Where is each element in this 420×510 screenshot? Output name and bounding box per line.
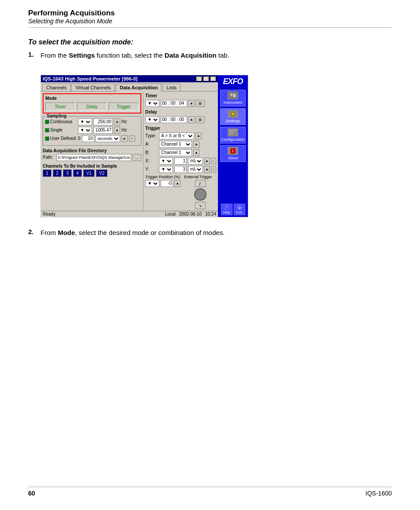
single-value[interactable] bbox=[93, 127, 113, 134]
sampling-section: Sampling Continuous ▼ bbox=[43, 116, 141, 146]
external-trigger-controls: ƒ ↘ bbox=[184, 180, 216, 209]
step-2-number: 2. bbox=[28, 228, 41, 235]
user-defined-unit-select[interactable]: seconds bbox=[96, 135, 120, 142]
delay-grid-btn[interactable]: ⊞ bbox=[196, 116, 205, 123]
user-defined-value[interactable] bbox=[82, 135, 94, 142]
external-trigger-knob bbox=[194, 188, 206, 201]
trigger-pos-select[interactable]: ▼ bbox=[145, 180, 159, 187]
continuous-up-btn[interactable]: ▲ bbox=[114, 118, 120, 125]
exit-button[interactable]: ⏻ Exit bbox=[234, 204, 245, 215]
continuous-value[interactable] bbox=[93, 118, 113, 125]
ext-trigger-f[interactable]: ƒ bbox=[195, 180, 206, 187]
left-panel: Mode Timer Delay Trigger Sampling bbox=[41, 92, 143, 211]
page-title: Performing Acquisitions bbox=[28, 9, 392, 18]
channel-v2-button[interactable]: V2 bbox=[96, 169, 107, 177]
sidebar-configuration-button[interactable]: Configuration bbox=[220, 127, 246, 143]
timer-section: Timer ▼ ▲ ⊞ bbox=[145, 93, 216, 107]
trigger-pos-label: Trigger Position (%) bbox=[145, 175, 181, 179]
mode-buttons: Timer Delay Trigger bbox=[45, 103, 139, 111]
trigger-x-up[interactable]: ▲ bbox=[204, 158, 210, 165]
trigger-x-check[interactable]: ✓ bbox=[211, 158, 216, 164]
right-panel: Timer ▼ ▲ ⊞ Delay ▼ bbox=[143, 92, 218, 211]
trigger-y-up[interactable]: ▲ bbox=[204, 166, 210, 173]
trigger-y-check[interactable]: ✓ bbox=[211, 166, 216, 172]
path-input[interactable] bbox=[56, 154, 131, 161]
title-bar-label: IQS-1643 High Speed Powermeter [996-0] bbox=[43, 76, 137, 81]
continuous-unit: Hz bbox=[122, 119, 129, 124]
continuous-row: Continuous ▼ ▲ Hz bbox=[45, 118, 139, 125]
trigger-pos-up[interactable]: ▲ bbox=[174, 180, 181, 187]
svg-rect-8 bbox=[233, 130, 236, 131]
delay-up-btn[interactable]: ▲ bbox=[188, 116, 195, 123]
step-1-number: 1. bbox=[28, 51, 41, 58]
ext-trigger-curve[interactable]: ↘ bbox=[195, 202, 206, 209]
single-row: Single ▼ ▲ Hz bbox=[45, 127, 139, 134]
channel-2-button[interactable]: 2 bbox=[53, 169, 62, 177]
trigger-x-value[interactable] bbox=[174, 158, 187, 165]
trigger-y-unit[interactable]: mW bbox=[188, 166, 203, 173]
help-button[interactable]: ? Help bbox=[221, 204, 232, 215]
trigger-a-up[interactable]: ▲ bbox=[193, 141, 199, 148]
trigger-button[interactable]: Trigger bbox=[109, 103, 139, 111]
user-defined-check[interactable]: ✓ bbox=[129, 136, 135, 142]
trigger-type-up[interactable]: ▲ bbox=[195, 132, 202, 139]
single-checkbox[interactable] bbox=[45, 128, 49, 132]
trigger-type-select[interactable]: A > X or B < Y bbox=[159, 132, 194, 139]
page-container: Performing Acquisitions Selecting the Ac… bbox=[0, 0, 420, 271]
continuous-select[interactable]: ▼ bbox=[78, 118, 92, 125]
delay-button[interactable]: Delay bbox=[77, 103, 107, 111]
trigger-x-unit[interactable]: mW bbox=[188, 158, 203, 165]
svg-rect-7 bbox=[229, 133, 233, 134]
help-label: Help bbox=[223, 210, 230, 214]
delay-value[interactable] bbox=[161, 116, 187, 123]
timer-value[interactable] bbox=[161, 100, 187, 107]
channel-1-button[interactable]: 1 bbox=[43, 169, 52, 177]
close-button[interactable]: × bbox=[210, 76, 216, 81]
sidebar-bottom: ? Help ⏻ Exit bbox=[221, 204, 245, 215]
tab-channels[interactable]: Channels bbox=[42, 84, 70, 91]
app-left: IQS-1643 High Speed Powermeter [996-0] _… bbox=[41, 75, 218, 217]
step-2-text: From Mode, select the desired mode or co… bbox=[41, 228, 225, 238]
timer-select[interactable]: ▼ bbox=[145, 100, 159, 107]
trigger-pos-value[interactable] bbox=[161, 180, 173, 187]
sidebar-instrument-button[interactable]: Instrument bbox=[220, 90, 246, 106]
channel-3-button[interactable]: 3 bbox=[63, 169, 72, 177]
single-up-btn[interactable]: ▲ bbox=[114, 127, 120, 134]
panels-row: Mode Timer Delay Trigger Sampling bbox=[41, 92, 218, 211]
single-unit: Hz bbox=[122, 128, 129, 132]
channel-4-button[interactable]: 4 bbox=[73, 169, 82, 177]
tab-lists[interactable]: Lists bbox=[162, 84, 181, 91]
trigger-y-select[interactable]: ▼ bbox=[159, 166, 173, 173]
trigger-a-select[interactable]: Channel 1 bbox=[159, 141, 192, 148]
sidebar-about-button[interactable]: i About bbox=[220, 145, 246, 162]
title-bar-controls: _ □ × bbox=[196, 76, 216, 81]
step-1-text: From the Settings function tab, select t… bbox=[41, 51, 229, 61]
tab-data-acquisition[interactable]: Data Acquisition bbox=[116, 84, 162, 92]
tab-bar: Channels Virtual Channels Data Acquisiti… bbox=[41, 82, 218, 92]
user-defined-up-btn[interactable]: ▲ bbox=[122, 135, 128, 142]
external-trigger-col: External Trigger ƒ ↘ bbox=[184, 175, 216, 209]
product-name: IQS-1600 bbox=[365, 490, 392, 497]
single-select[interactable]: ▼ bbox=[78, 127, 92, 134]
timer-grid-btn[interactable]: ⊞ bbox=[196, 100, 205, 107]
trigger-y-value[interactable] bbox=[174, 166, 187, 173]
timer-up-btn[interactable]: ▲ bbox=[188, 100, 195, 107]
sidebar-configuration-label: Configuration bbox=[221, 137, 245, 142]
minimize-button[interactable]: _ bbox=[196, 76, 202, 81]
browse-button[interactable]: ... bbox=[133, 154, 141, 161]
timer-button[interactable]: Timer bbox=[45, 103, 75, 111]
maximize-button[interactable]: □ bbox=[203, 76, 209, 81]
page-header: Performing Acquisitions Selecting the Ac… bbox=[28, 9, 392, 28]
channel-v1-button[interactable]: V1 bbox=[83, 169, 95, 177]
trigger-b-up[interactable]: ▲ bbox=[193, 149, 199, 156]
user-defined-checkbox[interactable] bbox=[45, 136, 49, 141]
trigger-x-select[interactable]: ▼ bbox=[159, 158, 173, 165]
trigger-b-select[interactable]: Channel 1 bbox=[159, 149, 192, 156]
external-trigger-label: External Trigger bbox=[184, 175, 216, 179]
tab-virtual-channels[interactable]: Virtual Channels bbox=[71, 84, 115, 91]
exit-label: Exit bbox=[236, 210, 242, 214]
trigger-y-row: Y: ▼ mW ▲ ✓ bbox=[145, 166, 216, 173]
continuous-checkbox[interactable] bbox=[45, 120, 49, 124]
sidebar-settings-button[interactable]: Settings bbox=[220, 108, 246, 125]
delay-select[interactable]: ▼ bbox=[145, 116, 159, 123]
